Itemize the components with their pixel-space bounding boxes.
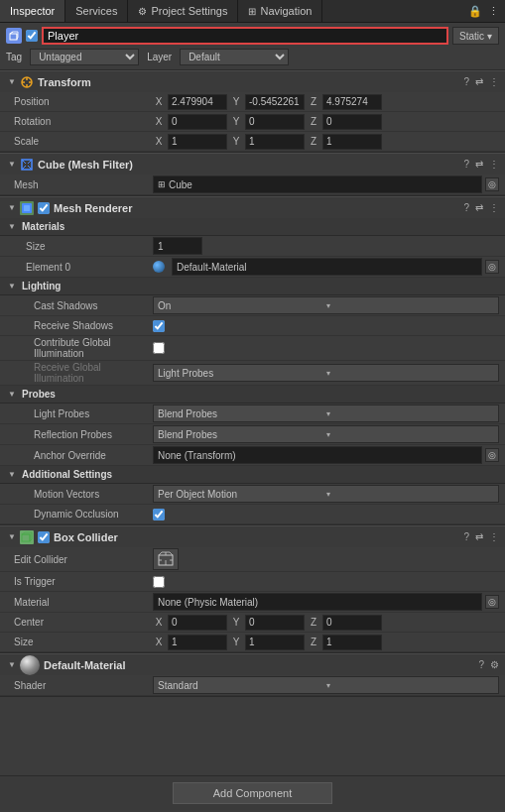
mesh-renderer-header[interactable]: ▼ Mesh Renderer ? ⇄ ⋮ bbox=[0, 196, 505, 218]
default-material-header[interactable]: ▼ Default-Material ? ⚙ bbox=[0, 653, 505, 675]
shader-text: Standard bbox=[158, 680, 326, 691]
probes-section[interactable]: ▼ Probes bbox=[0, 386, 505, 404]
bc-center-z-label: Z bbox=[308, 617, 319, 628]
tab-project-settings[interactable]: ⚙ Project Settings bbox=[128, 0, 238, 22]
materials-section[interactable]: ▼ Materials bbox=[0, 218, 505, 236]
reflection-probes-dropdown[interactable]: Blend Probes ▾ bbox=[153, 425, 499, 443]
bc-center-y-input[interactable] bbox=[245, 615, 305, 631]
static-button[interactable]: Static ▾ bbox=[452, 27, 499, 45]
dynamic-occlusion-checkbox[interactable] bbox=[153, 509, 165, 521]
go-name-input[interactable] bbox=[42, 27, 448, 45]
transform-expand-arrow: ▼ bbox=[6, 76, 18, 88]
mesh-renderer-enable[interactable] bbox=[38, 202, 50, 214]
mesh-filter-header[interactable]: ▼ Cube (Mesh Filter) ? ⇄ ⋮ bbox=[0, 153, 505, 174]
receive-shadows-value bbox=[153, 320, 499, 332]
mesh-renderer-component: ▼ Mesh Renderer ? ⇄ ⋮ ▼ Materials Size bbox=[0, 196, 505, 525]
light-probes-dropdown[interactable]: Blend Probes ▾ bbox=[153, 405, 499, 422]
bc-center-x-input[interactable] bbox=[168, 615, 227, 631]
lighting-section-label: Lighting bbox=[22, 281, 61, 291]
box-collider-expand: ▼ bbox=[6, 531, 18, 543]
pos-y-input[interactable] bbox=[245, 94, 305, 110]
bc-center-value: X Y Z bbox=[153, 615, 499, 631]
anchor-override-value: None (Transform) ◎ bbox=[153, 446, 499, 464]
mesh-obj-field: ⊞ Cube bbox=[153, 175, 482, 193]
mesh-renderer-help-btn[interactable]: ? bbox=[463, 202, 469, 213]
add-component-button[interactable]: Add Component bbox=[173, 782, 333, 804]
box-collider-enable[interactable] bbox=[38, 531, 50, 543]
mesh-select-btn[interactable]: ◎ bbox=[485, 177, 499, 191]
rot-y-input[interactable] bbox=[245, 114, 305, 130]
lock-icon[interactable]: 🔒 bbox=[468, 5, 482, 18]
is-trigger-checkbox[interactable] bbox=[153, 576, 165, 588]
default-material-sphere bbox=[20, 655, 40, 675]
additional-settings-section[interactable]: ▼ Additional Settings bbox=[0, 466, 505, 484]
lighting-section[interactable]: ▼ Lighting bbox=[0, 278, 505, 295]
scale-y-input[interactable] bbox=[245, 134, 305, 150]
bc-center-z-input[interactable] bbox=[322, 615, 382, 631]
motion-vectors-dropdown[interactable]: Per Object Motion ▾ bbox=[153, 485, 499, 503]
go-active-checkbox[interactable] bbox=[26, 30, 38, 42]
edit-collider-button[interactable] bbox=[153, 548, 179, 570]
mesh-filter-settings-btn[interactable]: ⇄ bbox=[475, 159, 483, 170]
mat-element0-row: Element 0 Default-Material ◎ bbox=[0, 257, 505, 278]
box-collider-help-btn[interactable]: ? bbox=[463, 531, 469, 542]
box-collider-settings-btn[interactable]: ⇄ bbox=[475, 531, 483, 542]
scale-x-input[interactable] bbox=[168, 134, 227, 150]
rot-z-input[interactable] bbox=[322, 114, 382, 130]
bc-size-label: Size bbox=[14, 637, 153, 647]
anchor-override-select-btn[interactable]: ◎ bbox=[485, 448, 499, 462]
anchor-override-row: Anchor Override None (Transform) ◎ bbox=[0, 445, 505, 466]
default-mat-settings-btn[interactable]: ⚙ bbox=[490, 659, 499, 670]
mesh-filter-menu-btn[interactable]: ⋮ bbox=[489, 159, 499, 170]
more-icon[interactable]: ⋮ bbox=[488, 5, 499, 18]
bc-center-row: Center X Y Z bbox=[0, 613, 505, 633]
reflection-probes-text: Blend Probes bbox=[158, 429, 326, 440]
transform-menu-btn[interactable]: ⋮ bbox=[489, 76, 499, 87]
element0-select-btn[interactable]: ◎ bbox=[485, 260, 499, 274]
default-mat-help-btn[interactable]: ? bbox=[478, 659, 484, 670]
tag-select[interactable]: Untagged bbox=[30, 49, 139, 65]
default-material-title: Default-Material bbox=[44, 659, 478, 671]
material-sphere-icon bbox=[153, 261, 165, 273]
is-trigger-row: Is Trigger bbox=[0, 572, 505, 592]
bc-size-z-input[interactable] bbox=[322, 635, 382, 650]
top-nav: Inspector Services ⚙ Project Settings ⊞ … bbox=[0, 0, 505, 23]
cgi-row: Contribute Global Illumination bbox=[0, 336, 505, 361]
gear-icon: ⚙ bbox=[138, 6, 147, 17]
bc-material-select-btn[interactable]: ◎ bbox=[485, 595, 499, 609]
receive-shadows-checkbox[interactable] bbox=[153, 320, 165, 332]
motion-vectors-text: Per Object Motion bbox=[158, 489, 326, 500]
pos-x-input[interactable] bbox=[168, 94, 227, 110]
rgi-dropdown[interactable]: Light Probes ▾ bbox=[153, 364, 499, 382]
transform-help-btn[interactable]: ? bbox=[463, 76, 469, 87]
box-collider-menu-btn[interactable]: ⋮ bbox=[489, 531, 499, 542]
tab-services[interactable]: Services bbox=[65, 0, 128, 22]
bc-size-x-input[interactable] bbox=[168, 635, 227, 650]
shader-dropdown[interactable]: Standard ▾ bbox=[153, 676, 499, 694]
bc-material-text: None (Physic Material) bbox=[158, 597, 258, 608]
tab-navigation[interactable]: ⊞ Navigation bbox=[238, 0, 322, 22]
pos-z-input[interactable] bbox=[322, 94, 382, 110]
mat-size-input[interactable] bbox=[153, 237, 202, 255]
additional-expand: ▼ bbox=[6, 469, 18, 481]
light-probes-value: Blend Probes ▾ bbox=[153, 405, 499, 422]
mesh-renderer-settings-btn[interactable]: ⇄ bbox=[475, 202, 483, 213]
rot-y-label: Y bbox=[230, 116, 242, 127]
box-collider-header[interactable]: ▼ Box Collider ? ⇄ ⋮ bbox=[0, 525, 505, 547]
receive-shadows-row: Receive Shadows bbox=[0, 316, 505, 336]
layer-select[interactable]: Default bbox=[180, 49, 289, 65]
bc-size-y-input[interactable] bbox=[245, 635, 305, 650]
rot-x-input[interactable] bbox=[168, 114, 227, 130]
bc-size-y-label: Y bbox=[230, 637, 242, 647]
rot-z-label: Z bbox=[308, 116, 319, 127]
scale-z-input[interactable] bbox=[322, 134, 382, 150]
transform-settings-btn[interactable]: ⇄ bbox=[475, 76, 483, 87]
mesh-renderer-menu-btn[interactable]: ⋮ bbox=[489, 202, 499, 213]
tab-inspector[interactable]: Inspector bbox=[0, 0, 65, 22]
cgi-checkbox[interactable] bbox=[153, 342, 165, 354]
bc-material-label: Material bbox=[14, 597, 153, 608]
mesh-filter-help-btn[interactable]: ? bbox=[463, 159, 469, 170]
cast-shadows-dropdown[interactable]: On ▾ bbox=[153, 296, 499, 314]
transform-header[interactable]: ▼ Transform ? ⇄ ⋮ bbox=[0, 70, 505, 92]
cast-shadows-text: On bbox=[158, 300, 326, 311]
